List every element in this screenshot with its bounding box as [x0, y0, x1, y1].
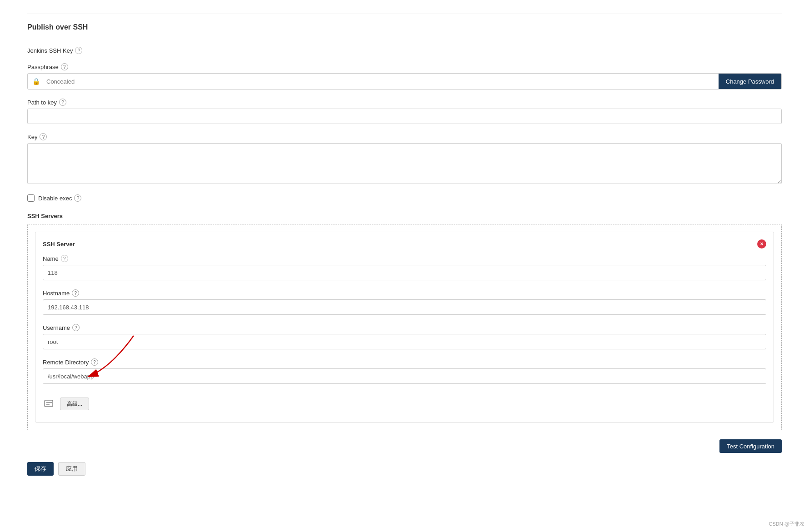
- change-password-button[interactable]: Change Password: [719, 74, 781, 89]
- save-button[interactable]: 保存: [27, 462, 54, 476]
- ssh-server-card: SSH Server × Name ? Hostname ?: [35, 232, 774, 423]
- server-name-group: Name ?: [43, 255, 766, 280]
- path-to-key-group: Path to key ?: [27, 99, 782, 124]
- cancel-button[interactable]: 应用: [58, 462, 85, 476]
- disable-exec-label: Disable exec ?: [38, 194, 81, 202]
- disable-exec-group: Disable exec ?: [27, 194, 782, 202]
- path-to-key-help-icon[interactable]: ?: [59, 99, 66, 106]
- server-hostname-input[interactable]: [43, 299, 766, 315]
- server-hostname-help-icon[interactable]: ?: [72, 289, 79, 297]
- jenkins-ssh-key-label: Jenkins SSH Key ?: [27, 47, 782, 54]
- passphrase-label: Passphrase ?: [27, 63, 782, 70]
- path-to-key-label: Path to key ?: [27, 99, 782, 106]
- server-actions: 高级...: [43, 393, 766, 415]
- svg-rect-1: [45, 400, 53, 407]
- remove-server-button[interactable]: ×: [757, 239, 766, 249]
- server-hostname-group: Hostname ?: [43, 289, 766, 315]
- server-remote-dir-group: Remote Directory ?: [43, 358, 766, 384]
- server-username-input[interactable]: [43, 334, 766, 349]
- lock-icon: 🔒: [28, 78, 45, 85]
- passphrase-input[interactable]: [45, 74, 719, 89]
- passphrase-group: Passphrase ? 🔒 Change Password: [27, 63, 782, 89]
- server-remote-dir-label: Remote Directory ?: [43, 358, 766, 366]
- section-title: Publish over SSH: [27, 14, 782, 36]
- ssh-server-title: SSH Server: [43, 241, 75, 248]
- server-username-group: Username ?: [43, 324, 766, 349]
- key-textarea[interactable]: [27, 143, 782, 184]
- pencil-icon: [44, 399, 54, 408]
- disable-exec-checkbox[interactable]: [27, 194, 35, 202]
- footer-actions: 保存 应用: [27, 462, 782, 476]
- jenkins-ssh-key-group: Jenkins SSH Key ?: [27, 47, 782, 54]
- server-name-help-icon[interactable]: ?: [61, 255, 68, 262]
- server-remote-dir-input[interactable]: [43, 368, 766, 384]
- jenkins-ssh-key-help-icon[interactable]: ?: [75, 47, 82, 54]
- ssh-servers-container: SSH Server × Name ? Hostname ?: [27, 224, 782, 430]
- ssh-servers-label: SSH Servers: [27, 213, 782, 219]
- disable-exec-help-icon[interactable]: ?: [74, 194, 81, 202]
- advanced-button[interactable]: 高级...: [60, 398, 89, 410]
- server-name-input[interactable]: [43, 265, 766, 280]
- watermark: CSDN @子非农: [769, 521, 804, 527]
- passphrase-help-icon[interactable]: ?: [61, 63, 68, 70]
- key-help-icon[interactable]: ?: [40, 133, 47, 140]
- server-hostname-label: Hostname ?: [43, 289, 766, 297]
- server-name-label: Name ?: [43, 255, 766, 262]
- key-label: Key ?: [27, 133, 782, 140]
- server-username-help-icon[interactable]: ?: [72, 324, 80, 331]
- server-username-label: Username ?: [43, 324, 766, 331]
- ssh-servers-section: SSH Servers SSH Server × Name ?: [27, 213, 782, 430]
- passphrase-input-wrapper: 🔒 Change Password: [27, 73, 782, 89]
- ssh-server-header: SSH Server ×: [43, 239, 766, 249]
- path-to-key-input[interactable]: [27, 109, 782, 124]
- key-group: Key ?: [27, 133, 782, 185]
- advanced-icon: [43, 398, 55, 409]
- test-configuration-button[interactable]: Test Configuration: [719, 439, 782, 453]
- server-remote-dir-help-icon[interactable]: ?: [91, 358, 98, 366]
- page-container: Publish over SSH Jenkins SSH Key ? Passp…: [0, 0, 809, 532]
